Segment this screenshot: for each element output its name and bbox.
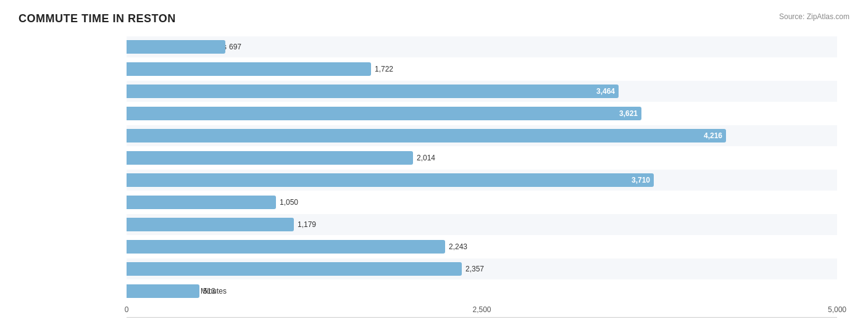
bar-row: 35 to 39 Minutes 1,050 [127,192,837,213]
bar [127,240,445,254]
bar-container: 2,014 [127,147,837,168]
bar: 3,464 [127,85,619,98]
bar-value: 2,243 [449,242,865,251]
bar: 3,621 [127,107,641,120]
bar-value: 2,357 [465,265,865,273]
bar: 4,216 [127,129,726,142]
bar-row: 45 to 59 Minutes 2,243 [127,236,837,257]
bar-container: 3,464 [127,81,837,102]
bar-row: 25 to 29 Minutes 2,014 [127,147,837,168]
bar-value: 513 [203,287,865,295]
chart-header: COMMUTE TIME IN RESTON Source: ZipAtlas.… [19,12,849,25]
bar-container: 513 [127,281,837,302]
bar-container: 4,216 [127,125,837,146]
bar [127,218,294,231]
bar [127,196,276,209]
bar-container: 2,357 [127,258,837,279]
bar-value: 3,621 [619,109,638,118]
bar-row: 60 to 89 Minutes 2,357 [127,258,837,279]
x-axis-tick: 2,500 [472,305,491,314]
bar-row: 30 to 34 Minutes 3,710 [127,170,837,191]
bar-row: Less than 5 Minutes 697 [127,36,837,57]
bar-value: 697 [229,43,865,51]
x-axis-tick: 0 [125,305,129,314]
bar [127,62,371,76]
bar [127,262,462,276]
bar-container: 2,243 [127,236,837,257]
page-container: COMMUTE TIME IN RESTON Source: ZipAtlas.… [19,12,849,318]
bar: 3,710 [127,173,654,187]
x-axis: 02,5005,000 [127,305,837,318]
bar-value: 3,464 [596,87,615,96]
bar-row: 15 to 19 Minutes 3,621 [127,103,837,124]
bar-value: 4,216 [704,131,722,140]
x-axis-tick: 5,000 [828,305,846,314]
source-label: Source: ZipAtlas.com [779,12,849,21]
bar-value: 3,710 [632,176,650,184]
bar [127,284,199,298]
bar-value: 1,050 [280,198,865,207]
bar-container: 3,621 [127,103,837,124]
bar-container: 697 [127,36,837,57]
chart-area: Less than 5 Minutes 697 5 to 9 Minutes 1… [19,36,849,302]
bar-container: 1,179 [127,214,837,235]
bar-container: 1,050 [127,192,837,213]
chart-title: COMMUTE TIME IN RESTON [19,12,176,25]
bar-row: 90 or more Minutes 513 [127,281,837,302]
bar-row: 20 to 24 Minutes 4,216 [127,125,837,146]
bar-value: 1,179 [298,220,865,229]
bar [127,40,225,54]
bar [127,151,413,165]
bar-row: 40 to 44 Minutes 1,179 [127,214,837,235]
bar-row: 5 to 9 Minutes 1,722 [127,59,837,80]
bar-container: 3,710 [127,170,837,191]
bar-value: 1,722 [375,65,865,73]
bar-row: 10 to 14 Minutes 3,464 [127,81,837,102]
bar-value: 2,014 [417,154,865,162]
bar-container: 1,722 [127,59,837,80]
